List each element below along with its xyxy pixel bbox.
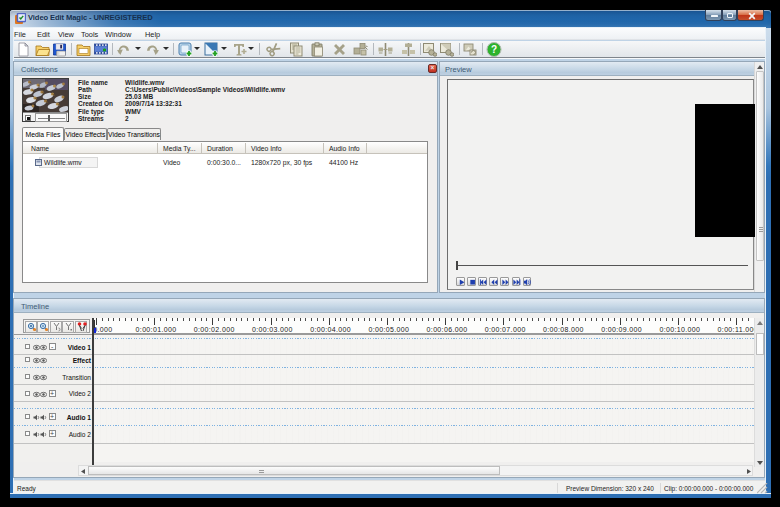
svg-text:?: ? [491,43,497,54]
